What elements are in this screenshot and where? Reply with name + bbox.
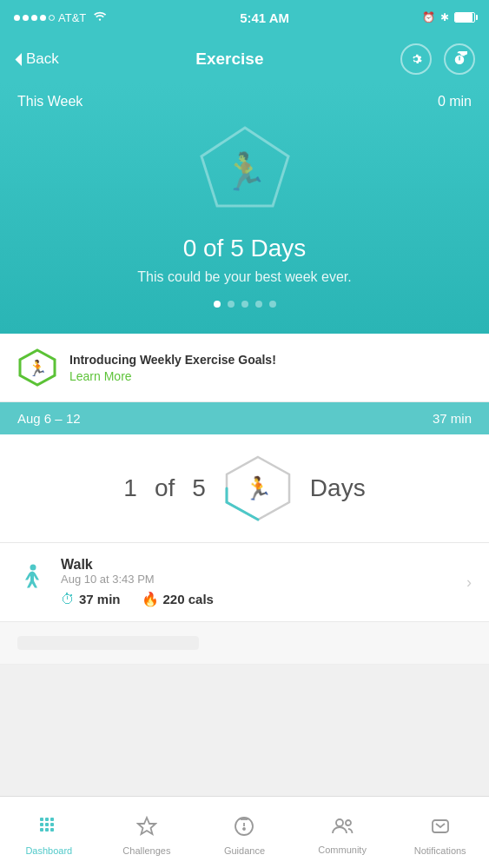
carrier-label: AT&T: [58, 11, 86, 24]
hero-section: This Week 0 min 🏃 0 of 5 Days This could…: [0, 83, 489, 334]
week-range-bar: Aug 6 – 12 37 min: [0, 402, 489, 434]
duration-value: 37 min: [79, 592, 121, 606]
tab-challenges-label: Challenges: [122, 845, 170, 856]
chevron-right-icon: ›: [466, 573, 472, 592]
back-button[interactable]: Back: [14, 50, 59, 68]
time-display: 5:41 AM: [240, 10, 289, 25]
activity-stats: ⏱ 37 min 🔥 220 cals: [61, 591, 454, 607]
dot-4: [40, 15, 46, 21]
week-minutes: 0 min: [438, 94, 472, 109]
challenges-icon: [136, 816, 157, 842]
timer-button[interactable]: [444, 43, 475, 75]
dot-2: [23, 15, 29, 21]
progress-days-label: Days: [310, 474, 366, 502]
svg-point-4: [30, 564, 36, 570]
wifi-icon: [93, 11, 107, 24]
activity-name: Walk: [61, 557, 454, 573]
page-dot-1: [214, 301, 221, 308]
tab-notifications[interactable]: Notifications: [391, 797, 489, 868]
svg-rect-10: [50, 823, 54, 826]
svg-rect-8: [40, 823, 43, 826]
goals-badge-icon: 🏃: [17, 348, 57, 388]
svg-rect-11: [40, 828, 43, 832]
exercise-badge: 🏃: [197, 123, 293, 219]
tab-challenges[interactable]: Challenges: [98, 797, 196, 868]
dot-5: [49, 15, 55, 21]
notifications-icon: [430, 816, 451, 842]
settings-button[interactable]: [400, 43, 432, 75]
days-count: 0 of 5 Days: [17, 235, 472, 262]
goals-banner: 🏃 Introducing Weekly Exercise Goals! Lea…: [0, 334, 489, 402]
dashboard-icon: [38, 816, 59, 842]
svg-rect-13: [50, 828, 54, 832]
week-row: This Week 0 min: [17, 94, 472, 109]
activity-date: Aug 10 at 3:43 PM: [61, 573, 454, 586]
progress-current: 1: [123, 474, 137, 502]
pagination-dots: [17, 301, 472, 308]
nav-icons: [400, 43, 475, 75]
community-icon: [331, 817, 354, 841]
page-dot-3: [241, 301, 248, 308]
goals-text-area: Introducing Weekly Exercise Goals! Learn…: [69, 353, 472, 383]
page-dot-5: [269, 301, 276, 308]
week-label: This Week: [17, 94, 83, 109]
guidance-icon: [234, 816, 254, 842]
tab-dashboard-label: Dashboard: [25, 845, 72, 856]
walk-icon: [17, 564, 49, 601]
progress-section: 1 of 5 🏃 Days: [0, 434, 489, 543]
fire-icon: 🔥: [142, 591, 159, 607]
battery-icon: [454, 12, 475, 23]
svg-rect-6: [45, 818, 49, 821]
svg-point-20: [346, 820, 351, 825]
tab-community-label: Community: [318, 845, 367, 855]
learn-more-link[interactable]: Learn More: [69, 369, 472, 383]
svg-point-19: [336, 819, 343, 826]
status-right: ⏰ ✱: [422, 11, 475, 23]
svg-point-17: [243, 828, 245, 830]
page-dot-4: [255, 301, 262, 308]
progress-badge: 🏃: [223, 454, 293, 523]
alarm-icon: ⏰: [422, 11, 435, 23]
tab-guidance-label: Guidance: [224, 845, 265, 856]
partial-activity-item: [0, 622, 489, 665]
run-icon: 🏃: [222, 150, 268, 193]
tab-guidance[interactable]: Guidance: [195, 797, 294, 868]
svg-rect-5: [40, 818, 43, 821]
bottom-navigation: Dashboard Challenges Guidance: [0, 796, 489, 868]
clock-icon: ⏱: [61, 592, 75, 607]
date-range: Aug 6 – 12: [17, 411, 81, 426]
total-minutes: 37 min: [433, 411, 472, 426]
svg-text:🏃: 🏃: [28, 359, 48, 378]
goals-title: Introducing Weekly Exercise Goals!: [69, 353, 472, 367]
back-label: Back: [26, 50, 59, 68]
svg-marker-14: [138, 818, 155, 834]
svg-rect-7: [50, 818, 54, 821]
signal-dots: [14, 15, 55, 21]
run-progress-icon: 🏃: [244, 475, 272, 502]
dot-1: [14, 15, 20, 21]
page-title: Exercise: [195, 50, 263, 69]
progress-total: 5: [192, 474, 206, 502]
tab-dashboard[interactable]: Dashboard: [0, 797, 98, 868]
calories-stat: 🔥 220 cals: [142, 591, 214, 607]
activity-item[interactable]: Walk Aug 10 at 3:43 PM ⏱ 37 min 🔥 220 ca…: [0, 543, 489, 622]
calories-value: 220 cals: [163, 592, 214, 606]
tab-notifications-label: Notifications: [414, 845, 466, 856]
page-dot-2: [228, 301, 235, 308]
progress-of: of: [155, 474, 175, 502]
hero-subtitle: This could be your best week ever.: [17, 269, 472, 285]
svg-rect-12: [45, 828, 49, 832]
bluetooth-icon: ✱: [440, 11, 449, 23]
dot-3: [31, 15, 37, 21]
duration-stat: ⏱ 37 min: [61, 592, 121, 607]
navigation-bar: Back Exercise: [0, 35, 489, 83]
svg-rect-9: [45, 823, 49, 826]
tab-community[interactable]: Community: [294, 797, 392, 868]
activity-details: Walk Aug 10 at 3:43 PM ⏱ 37 min 🔥 220 ca…: [61, 557, 454, 607]
status-left: AT&T: [14, 11, 107, 24]
status-bar: AT&T 5:41 AM ⏰ ✱: [0, 0, 489, 35]
